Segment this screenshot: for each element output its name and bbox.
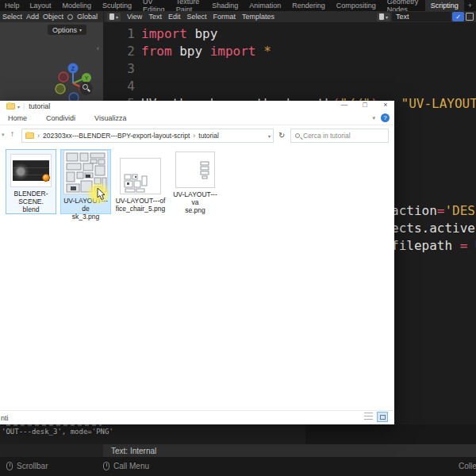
- menu-add[interactable]: Add: [26, 13, 39, 21]
- file-name: BLENDER-SCENE.blend: [6, 190, 56, 213]
- text-icon: [379, 13, 384, 20]
- window-title: tutorial: [29, 102, 50, 110]
- editor-type-dropdown[interactable]: ▾: [107, 13, 121, 21]
- transform-orientation-dropdown[interactable]: Global: [77, 13, 98, 21]
- menu-templates[interactable]: Templates: [242, 13, 274, 21]
- file-item-uv-chair[interactable]: UV-LAYOUT---office_chair_5.png: [115, 149, 166, 214]
- code-line: 1import bpy: [103, 25, 476, 42]
- active-collection-label: Colle: [459, 462, 476, 470]
- explorer-statusbar: nti: [0, 410, 394, 424]
- folder-icon: [6, 103, 15, 109]
- viewport-header: Select Add Object Global: [0, 13, 103, 21]
- menu-help[interactable]: Help: [0, 2, 25, 10]
- file-explorer-window[interactable]: ▾ | tutorial — □ × Home Condividi Visual…: [0, 101, 394, 424]
- search-input[interactable]: [303, 132, 384, 140]
- ribbon-tab-condividi[interactable]: Condividi: [36, 114, 85, 122]
- datablock-name-field[interactable]: Text: [392, 12, 451, 21]
- code-fragment: filepath = U: [391, 238, 476, 253]
- view-thumbnails-icon[interactable]: [377, 412, 388, 422]
- text-editor-icon: [109, 13, 114, 20]
- text-datablock-selector: ▾ Text ✓: [377, 12, 474, 21]
- close-button[interactable]: ×: [380, 101, 391, 109]
- keymap-hint: Call Menu: [103, 462, 149, 470]
- navigation-gizmo-icon[interactable]: Z Y X: [43, 57, 92, 105]
- view-details-icon[interactable]: [364, 413, 373, 421]
- workspace-tab-layout[interactable]: Layout: [25, 0, 57, 11]
- menu-select[interactable]: Select: [2, 13, 22, 21]
- workspace-tab-rendering[interactable]: Rendering: [286, 0, 331, 11]
- chevron-down-icon[interactable]: ▾: [268, 133, 271, 139]
- minimize-button[interactable]: —: [339, 101, 350, 109]
- chevron-down-icon: ▾: [79, 27, 82, 33]
- workspace-tab-animation[interactable]: Animation: [244, 0, 286, 11]
- options-button[interactable]: Options ▾: [48, 25, 86, 35]
- workspace-tab-uv-editing[interactable]: UV Editing: [137, 0, 171, 11]
- explorer-titlebar[interactable]: ▾ | tutorial — □ ×: [0, 101, 394, 112]
- code-fragment: ects.active: [391, 221, 475, 236]
- editors-header-row: Select Add Object Global ▾ View Text Edi…: [0, 11, 476, 22]
- code-lines: 1import bpy 2from bpy import * 3 4 5UVpa…: [103, 25, 476, 112]
- console-footer: [0, 444, 103, 457]
- recent-locations-icon[interactable]: ▾: [2, 132, 5, 138]
- folder-icon: [25, 132, 34, 139]
- workspace-tab-geometry-nodes[interactable]: Geometry Nodes: [382, 0, 425, 11]
- keymap-hint: Scrollbar: [6, 462, 48, 470]
- orientation-icon: [67, 14, 73, 20]
- mouse-cursor-icon: [97, 188, 106, 201]
- workspace-tab-texture-paint[interactable]: Texture Paint: [171, 0, 207, 11]
- menu-format[interactable]: Format: [213, 13, 236, 21]
- breadcrumb-current[interactable]: tutorial: [198, 132, 219, 140]
- uv-layout-thumbnail: [175, 152, 215, 188]
- up-arrow-icon[interactable]: ↑: [10, 129, 14, 138]
- address-bar[interactable]: › 202303xx---BLENDER---BPY-export-layout…: [21, 129, 274, 143]
- blender-statusbar: Scrollbar Call Menu Colle: [0, 457, 476, 476]
- refresh-icon[interactable]: ↻: [278, 132, 285, 140]
- file-item-blend[interactable]: BLENDER-SCENE.blend: [6, 149, 56, 214]
- menu-view[interactable]: View: [127, 13, 142, 21]
- mouse-icon: [6, 462, 13, 470]
- text-editor-header: ▾ View Text Edit Select Format Templates…: [103, 11, 476, 22]
- explorer-navbar: ▾ ↑ › 202303xx---BLENDER---BPY-export-la…: [0, 125, 394, 146]
- ribbon-tab-visualizza[interactable]: Visualizza: [85, 114, 136, 122]
- search-box[interactable]: [290, 129, 389, 143]
- shield-check-icon[interactable]: ✓: [452, 12, 464, 21]
- datablock-browse-dropdown[interactable]: ▾: [377, 13, 390, 21]
- menu-edit[interactable]: Edit: [168, 13, 181, 21]
- add-workspace-button[interactable]: +: [464, 2, 476, 10]
- file-item-uv-vase[interactable]: UV-LAYOUT---vase.png: [170, 149, 221, 214]
- menu-text[interactable]: Text: [148, 13, 162, 21]
- text-editor-footer: Text: Internal: [103, 444, 476, 457]
- file-list-area[interactable]: BLENDER-SCENE.blend: [0, 146, 394, 410]
- svg-text:Z: Z: [71, 66, 75, 71]
- breadcrumb-root[interactable]: 202303xx---BLENDER---BPY-export-layout-s…: [43, 132, 190, 140]
- code-line: 3: [103, 60, 476, 77]
- zoom-icon[interactable]: [79, 82, 93, 95]
- blender-logo-icon: [42, 174, 50, 182]
- ribbon-tab-home[interactable]: Home: [0, 114, 36, 122]
- region-collapse-icon[interactable]: ‹: [97, 44, 99, 52]
- item-count-label: nti: [1, 414, 9, 422]
- workspace-tab-compositing[interactable]: Compositing: [331, 0, 382, 11]
- menu-select-te[interactable]: Select: [186, 13, 206, 21]
- divider: |: [23, 102, 25, 110]
- workspace-tab-scripting[interactable]: Scripting: [425, 0, 464, 11]
- maximize-button[interactable]: □: [359, 101, 370, 109]
- help-icon[interactable]: ?: [381, 113, 390, 122]
- workspace-tab-shading[interactable]: Shading: [206, 0, 244, 11]
- workspace-tab-sculpting[interactable]: Sculpting: [97, 0, 137, 11]
- mouse-icon: [103, 462, 109, 470]
- menu-object[interactable]: Object: [43, 13, 63, 21]
- new-text-icon[interactable]: [466, 13, 474, 21]
- quick-access-toolbar-icon[interactable]: ▾: [17, 104, 20, 109]
- clipped-console-line: [6, 424, 102, 426]
- file-name: UV-LAYOUT---vase.png: [170, 190, 221, 214]
- file-item-uv-desk[interactable]: UV-LAYOUT---desk_3.png: [60, 149, 111, 214]
- python-console-panel[interactable]: 'OUT---desk_3', mode='PNG': [0, 424, 305, 444]
- code-fragment: action='DES: [391, 203, 475, 218]
- blend-file-thumbnail: [10, 154, 52, 187]
- file-name: UV-LAYOUT---office_chair_5.png: [116, 197, 166, 213]
- workspace-tab-modeling[interactable]: Modeling: [57, 0, 98, 11]
- ribbon-tabs: Home Condividi Visualizza: [0, 112, 394, 125]
- ribbon-collapse-icon[interactable]: ▾: [372, 115, 375, 121]
- svg-text:Y: Y: [85, 75, 89, 81]
